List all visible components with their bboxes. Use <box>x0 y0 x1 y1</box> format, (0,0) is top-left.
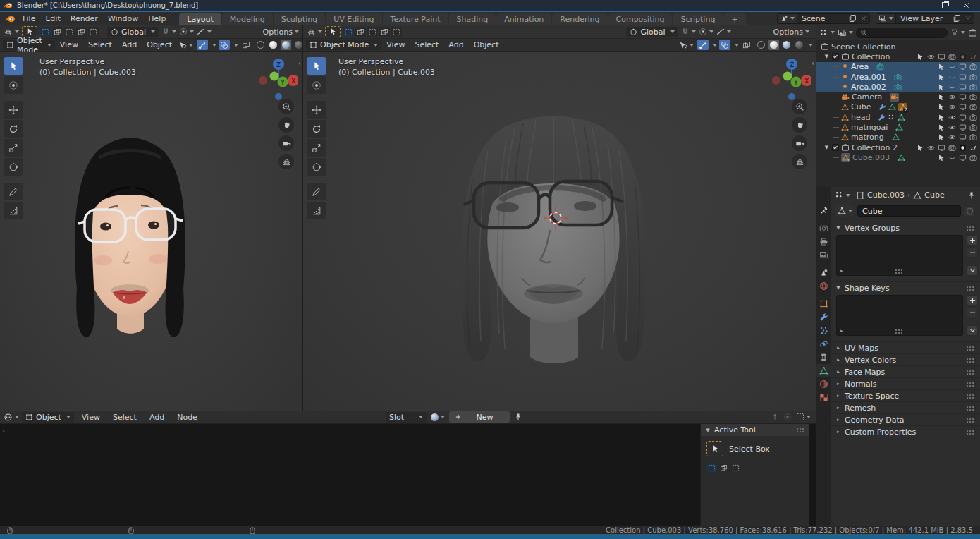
navigation-gizmo[interactable]: Z X Y <box>253 55 298 100</box>
hide-icon[interactable] <box>948 73 957 81</box>
menu-object[interactable]: Object <box>469 39 504 51</box>
panel-grip[interactable] <box>966 286 975 291</box>
viewport-canvas-left[interactable]: User Perspective (0) Collection | Cube.0… <box>0 52 302 411</box>
tab-scripting[interactable]: Scripting <box>673 13 723 25</box>
render-disable-icon[interactable] <box>969 103 978 111</box>
shading-material[interactable] <box>781 40 792 50</box>
overlays-toggle[interactable] <box>219 40 230 50</box>
select-mode-invert[interactable] <box>76 27 87 37</box>
tool-scale[interactable] <box>4 139 23 157</box>
tab-material[interactable] <box>816 377 831 391</box>
selectable-icon[interactable] <box>937 123 946 132</box>
holdout-icon[interactable] <box>958 143 967 152</box>
menu-add[interactable]: Add <box>443 39 468 51</box>
outliner-search-input[interactable] <box>856 28 948 38</box>
tool-cursor[interactable] <box>307 76 326 94</box>
region-expand-arrow[interactable]: › <box>2 427 5 435</box>
selectable-icon[interactable] <box>937 153 946 162</box>
mode-dropdown[interactable]: Object Mode <box>306 40 381 50</box>
select-mode-set[interactable] <box>706 463 717 473</box>
parent-node-tree-icon[interactable] <box>771 413 779 421</box>
shape-keys-list[interactable]: ▸ <box>836 295 963 336</box>
list-resize-grip[interactable] <box>895 329 904 334</box>
add-workspace-button[interactable]: + <box>723 13 745 25</box>
viewport-disable-icon[interactable] <box>958 113 967 121</box>
overlays-toggle[interactable] <box>719 40 730 50</box>
menu-file[interactable]: File <box>18 12 40 25</box>
expand-icon[interactable]: ▼ <box>823 54 830 59</box>
menu-help[interactable]: Help <box>143 12 171 25</box>
panel-grip[interactable] <box>966 418 975 423</box>
breadcrumb-object[interactable]: Cube.003 <box>867 190 905 200</box>
menu-object[interactable]: Object <box>142 39 177 51</box>
hide-icon[interactable] <box>948 153 957 162</box>
tab-world[interactable] <box>816 279 831 293</box>
list-filter-toggle[interactable]: ▸ <box>840 268 843 274</box>
menu-view[interactable]: View <box>381 39 410 51</box>
scene-selector[interactable]: Scene <box>777 13 870 24</box>
tool-annotate[interactable] <box>4 183 23 200</box>
sidebar-collapse-arrow[interactable]: ‹ <box>298 59 301 67</box>
tab-scene[interactable] <box>816 266 831 279</box>
tab-view-layer[interactable] <box>816 248 831 262</box>
render-disable-icon[interactable] <box>969 73 978 81</box>
outliner-row-area[interactable]: Area <box>816 62 980 72</box>
tool-move[interactable] <box>307 101 326 119</box>
options-dropdown[interactable]: Options <box>263 28 299 37</box>
pan-button[interactable] <box>278 117 294 133</box>
render-disable-icon[interactable] <box>948 52 957 61</box>
render-disable-icon[interactable] <box>969 83 978 91</box>
scene-browse-icon[interactable] <box>778 14 797 23</box>
shader-editor-type-button[interactable] <box>4 413 19 422</box>
camera-view-button[interactable] <box>792 135 807 151</box>
panel-header-face-maps[interactable]: ▸Face Maps <box>831 365 980 377</box>
tab-particles[interactable] <box>816 324 831 337</box>
tool-rotate[interactable] <box>4 120 23 138</box>
panel-grip[interactable] <box>966 346 975 351</box>
menu-render[interactable]: Render <box>66 12 103 25</box>
transform-orientation-dropdown[interactable]: Global <box>107 27 159 37</box>
minimize-button[interactable]: — <box>913 1 934 9</box>
options-dropdown[interactable]: Options <box>773 28 809 37</box>
shading-solid[interactable] <box>768 40 779 50</box>
vertex-groups-list[interactable]: ▸ <box>836 235 963 276</box>
tab-modifiers[interactable] <box>816 310 831 324</box>
restore-button[interactable] <box>934 2 955 8</box>
expand-icon[interactable]: ▼ <box>823 145 830 150</box>
selectable-icon[interactable] <box>937 103 946 111</box>
panel-grip[interactable] <box>966 370 975 375</box>
outliner-row-matrong[interactable]: matrong <box>816 133 980 143</box>
tool-select-box[interactable] <box>4 57 23 75</box>
viewport-disable-icon[interactable] <box>958 93 967 102</box>
ortho-toggle-button[interactable] <box>278 154 294 169</box>
tool-transform[interactable] <box>307 158 326 176</box>
tool-select-box[interactable] <box>307 57 326 75</box>
panel-header-remesh[interactable]: ▸Remesh <box>831 401 980 413</box>
panel-grip[interactable] <box>796 428 805 432</box>
menu-edit[interactable]: Edit <box>40 12 65 25</box>
xray-toggle[interactable] <box>240 40 252 50</box>
tab-modeling[interactable]: Modeling <box>222 13 273 25</box>
menu-select[interactable]: Select <box>108 411 142 423</box>
fake-user-button[interactable] <box>964 206 975 217</box>
selectable-icon[interactable] <box>937 113 946 121</box>
render-disable-icon[interactable] <box>969 153 978 162</box>
viewport-disable-icon[interactable] <box>958 63 967 71</box>
panel-grip[interactable] <box>966 406 975 411</box>
select-mode-set[interactable] <box>343 27 354 37</box>
tab-rendering[interactable]: Rendering <box>552 13 607 25</box>
viewport-disable-icon[interactable] <box>937 52 946 61</box>
new-scene-icon[interactable] <box>848 14 857 23</box>
select-mode-invert[interactable] <box>379 27 390 37</box>
panel-header-normals[interactable]: ▸Normals <box>831 377 980 389</box>
remove-shape-key-button[interactable] <box>967 307 978 317</box>
viewport-disable-icon[interactable] <box>958 153 967 162</box>
proportional-edit-toggle[interactable] <box>179 28 194 36</box>
active-tool-header[interactable]: ▼Active Tool <box>701 424 809 436</box>
collection-checkbox[interactable] <box>832 53 839 60</box>
snap-node-icon[interactable] <box>783 413 792 421</box>
viewport-disable-icon[interactable] <box>958 83 967 91</box>
shader-type-dropdown[interactable]: Object <box>22 412 74 423</box>
proportional-edit-toggle[interactable] <box>699 28 713 36</box>
panel-header-vertex-colors[interactable]: ▸Vertex Colors <box>831 353 980 365</box>
